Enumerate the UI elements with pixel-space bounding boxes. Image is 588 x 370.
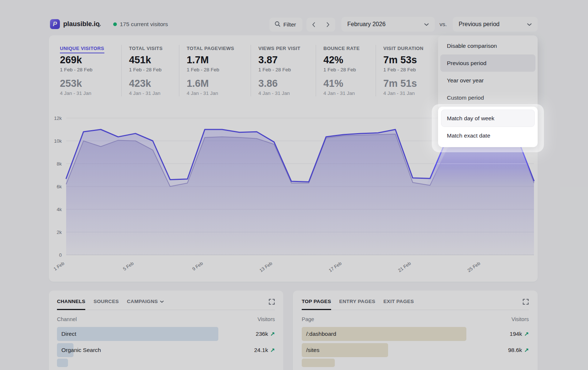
comparison-match-submenu: Match day of week Match exact date	[438, 107, 538, 147]
submenu-item[interactable]: Match day of week	[441, 110, 535, 127]
submenu-item[interactable]: Match exact date	[441, 127, 535, 144]
plausible-dashboard: P plausible.io 175 current visitors Filt…	[0, 0, 588, 370]
